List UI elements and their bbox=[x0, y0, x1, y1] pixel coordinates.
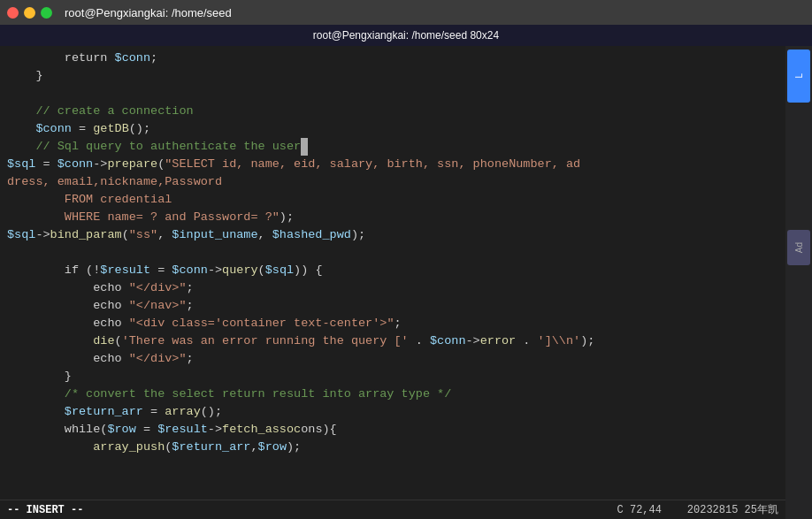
code-line: FROM credential bbox=[0, 191, 785, 209]
editor-mode: -- INSERT -- bbox=[7, 504, 83, 516]
code-line: } bbox=[0, 368, 785, 385]
code-line: /* convert the select return result into… bbox=[0, 385, 785, 403]
code-line: echo "</div>"; bbox=[0, 279, 785, 297]
code-line: return $conn; bbox=[0, 50, 785, 67]
code-line: dress, email,nickname,Password bbox=[0, 173, 785, 191]
code-line: } bbox=[0, 67, 785, 85]
code-line bbox=[0, 85, 785, 103]
sidebar-ad-label: Ad bbox=[794, 242, 804, 253]
cursor-position: C 72,44 20232815 25年凯 bbox=[617, 502, 778, 517]
code-line: $sql->bind_param("ss", $input_uname, $ha… bbox=[0, 226, 785, 244]
code-line: array_push($return_arr,$row); bbox=[0, 439, 785, 456]
code-line: if (!$result = $conn->query($sql)) { bbox=[0, 262, 785, 279]
code-line: // Sql query to authenticate the user bbox=[0, 138, 785, 156]
sidebar-pill[interactable]: L bbox=[787, 50, 810, 103]
code-line: die('There was an error running the quer… bbox=[0, 332, 785, 350]
code-line: echo "<div class='container text-center'… bbox=[0, 315, 785, 332]
tab-title: root@Pengxiangkai: /home/seed 80x24 bbox=[313, 29, 499, 42]
title-bar: root@Pengxiangkai: /home/seed bbox=[0, 0, 812, 25]
sidebar-pill-label: L bbox=[794, 73, 804, 79]
code-line bbox=[0, 244, 785, 262]
code-line: // create a connection bbox=[0, 103, 785, 120]
code-line: echo "</nav>"; bbox=[0, 297, 785, 315]
window-title: root@Pengxiangkai: /home/seed bbox=[65, 6, 232, 19]
sidebar-ad[interactable]: Ad bbox=[787, 230, 810, 265]
code-line: $return_arr = array(); bbox=[0, 403, 785, 421]
close-btn[interactable] bbox=[7, 7, 19, 19]
code-line: WHERE name= ? and Password= ?"); bbox=[0, 209, 785, 226]
maximize-btn[interactable] bbox=[41, 7, 52, 19]
code-line: $sql = $conn->prepare("SELECT id, name, … bbox=[0, 156, 785, 173]
code-line: while($row = $result->fetch_assocons){ bbox=[0, 421, 785, 439]
status-bar: -- INSERT -- C 72,44 20232815 25年凯 bbox=[0, 500, 785, 519]
code-line: echo "</div>"; bbox=[0, 350, 785, 368]
right-sidebar: L Ad bbox=[785, 46, 812, 519]
code-line: $conn = getDB(); bbox=[0, 120, 785, 138]
code-editor[interactable]: return $conn; } // create a connection $… bbox=[0, 46, 785, 519]
minimize-btn[interactable] bbox=[24, 7, 35, 19]
tab-bar: root@Pengxiangkai: /home/seed 80x24 bbox=[0, 25, 812, 46]
